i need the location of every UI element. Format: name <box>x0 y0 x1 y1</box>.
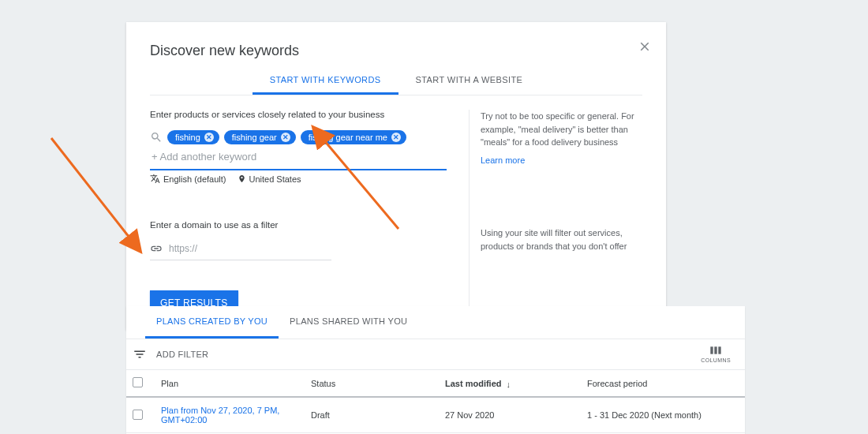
col-status[interactable]: Status <box>305 370 439 398</box>
location-value: United States <box>249 174 301 184</box>
domain-tip: Using your site will filter out services… <box>481 226 642 253</box>
sort-desc-icon: ↓ <box>507 380 511 389</box>
domain-section-label: Enter a domain to use as a filter <box>150 220 447 230</box>
learn-more-link[interactable]: Learn more <box>481 154 525 167</box>
keyword-chip[interactable]: fishing ✕ <box>167 130 219 144</box>
tab-plans-created-by-you[interactable]: PLANS CREATED BY YOU <box>145 306 279 339</box>
filter-row: ADD FILTER COLUMNS <box>126 339 745 369</box>
language-value: English (default) <box>163 174 226 184</box>
table-row[interactable]: Plan from Nov 27, 2020, 7 PM, GMT+02:00 … <box>126 397 745 433</box>
tab-plans-shared-with-you[interactable]: PLANS SHARED WITH YOU <box>279 306 418 339</box>
columns-button[interactable]: COLUMNS <box>701 346 739 363</box>
location-icon <box>238 174 246 183</box>
plan-link[interactable]: Plan from Nov 27, 2020, 7 PM, GMT+02:00 <box>161 406 279 425</box>
discover-keywords-dialog: Discover new keywords START WITH KEYWORD… <box>126 22 666 330</box>
col-last-modified-label: Last modified <box>445 379 502 388</box>
tab-start-with-website[interactable]: START WITH A WEBSITE <box>398 67 541 95</box>
svg-rect-2 <box>718 346 720 354</box>
add-filter-button[interactable]: ADD FILTER <box>156 350 208 359</box>
chip-label: fishing gear near me <box>309 133 387 142</box>
chip-label: fishing <box>175 133 200 142</box>
chip-remove-icon[interactable]: ✕ <box>391 133 401 142</box>
keyword-chip[interactable]: fishing gear ✕ <box>224 130 296 144</box>
keyword-chip[interactable]: fishing gear near me ✕ <box>301 130 406 144</box>
dialog-title: Discover new keywords <box>150 43 642 59</box>
svg-line-3 <box>51 138 138 249</box>
col-plan[interactable]: Plan <box>155 370 305 398</box>
translate-icon <box>150 174 160 184</box>
location-selector[interactable]: United States <box>238 174 301 184</box>
cell-last-modified: 27 Nov 2020 <box>439 397 581 433</box>
keyword-section-label: Enter products or services closely relat… <box>150 110 447 119</box>
row-checkbox[interactable] <box>133 410 143 420</box>
columns-label: COLUMNS <box>701 357 731 363</box>
tab-start-with-keywords[interactable]: START WITH KEYWORDS <box>253 67 398 95</box>
domain-placeholder: https:// <box>169 243 197 254</box>
chip-label: fishing gear <box>232 133 277 142</box>
plans-card: PLANS CREATED BY YOU PLANS SHARED WITH Y… <box>126 306 745 434</box>
chip-remove-icon[interactable]: ✕ <box>281 133 290 142</box>
cell-forecast: 1 - 31 Dec 2020 (Next month) <box>581 397 745 433</box>
keyword-input[interactable]: fishing ✕ fishing gear ✕ fishing gear ne… <box>150 127 447 170</box>
plans-tabs: PLANS CREATED BY YOU PLANS SHARED WITH Y… <box>126 306 745 339</box>
discover-tabs: START WITH KEYWORDS START WITH A WEBSITE <box>150 67 642 95</box>
col-last-modified[interactable]: Last modified ↓ <box>439 370 581 398</box>
keyword-add-placeholder[interactable]: + Add another keyword <box>150 151 447 163</box>
cell-status: Draft <box>305 397 439 433</box>
svg-rect-1 <box>714 346 716 354</box>
chip-remove-icon[interactable]: ✕ <box>204 133 214 142</box>
filter-icon[interactable] <box>133 347 147 361</box>
col-forecast[interactable]: Forecast period <box>581 370 745 398</box>
domain-input[interactable]: https:// <box>150 238 331 260</box>
plans-table: Plan Status Last modified ↓ Forecast per… <box>126 369 745 433</box>
link-icon <box>150 242 163 255</box>
search-icon <box>150 131 163 144</box>
select-all-checkbox[interactable] <box>133 377 143 387</box>
svg-rect-0 <box>710 346 713 354</box>
columns-icon <box>709 346 722 355</box>
keyword-tip: Try not to be too specific or general. F… <box>481 110 642 149</box>
language-selector[interactable]: English (default) <box>150 174 226 184</box>
close-icon[interactable] <box>638 39 652 54</box>
